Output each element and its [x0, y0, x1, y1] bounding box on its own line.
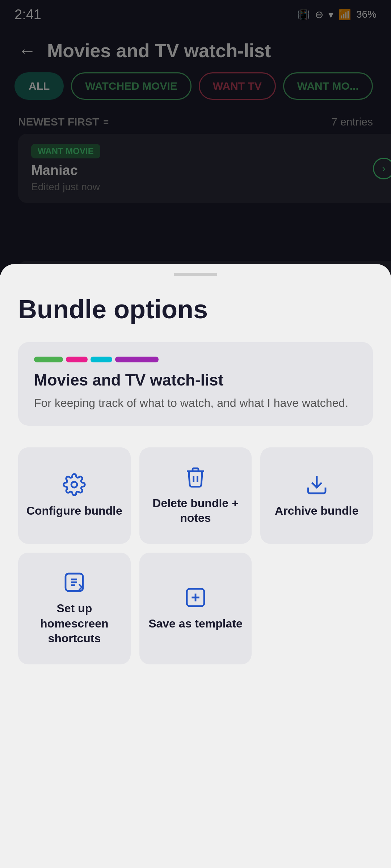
archive-bundle-button[interactable]: Archive bundle — [260, 447, 373, 544]
homescreen-shortcuts-button[interactable]: Set up homescreen shortcuts — [18, 553, 131, 664]
delete-bundle-button[interactable]: Delete bundle + notes — [139, 447, 252, 544]
delete-bundle-label: Delete bundle + notes — [147, 496, 245, 526]
options-grid-bottom: Set up homescreen shortcuts Save as temp… — [18, 553, 373, 664]
bottom-sheet: Bundle options Movies and TV watch-list … — [0, 264, 391, 868]
bundle-name: Movies and TV watch-list — [34, 371, 357, 389]
configure-bundle-label: Configure bundle — [26, 503, 122, 519]
homescreen-icon — [63, 571, 86, 594]
save-as-template-button[interactable]: Save as template — [139, 553, 252, 664]
color-pill-2 — [66, 357, 88, 362]
drag-handle[interactable] — [174, 273, 217, 276]
color-pill-3 — [91, 357, 112, 362]
bundle-desc: For keeping track of what to watch, and … — [34, 395, 357, 411]
sheet-title: Bundle options — [18, 294, 373, 324]
bundle-card: Movies and TV watch-list For keeping tra… — [18, 342, 373, 426]
svg-point-0 — [71, 482, 77, 488]
empty-slot — [260, 553, 373, 664]
gear-icon — [63, 473, 86, 496]
color-pill-4 — [115, 357, 159, 362]
trash-icon — [184, 465, 207, 489]
color-pill-1 — [34, 357, 63, 362]
template-icon — [184, 586, 207, 609]
options-grid-top: Configure bundle Delete bundle + notes A… — [18, 447, 373, 544]
archive-bundle-label: Archive bundle — [275, 503, 358, 519]
template-label: Save as template — [148, 616, 243, 631]
homescreen-label: Set up homescreen shortcuts — [25, 601, 123, 646]
color-pills — [34, 357, 357, 362]
configure-bundle-button[interactable]: Configure bundle — [18, 447, 131, 544]
download-icon — [305, 473, 328, 496]
overlay[interactable] — [0, 0, 391, 275]
